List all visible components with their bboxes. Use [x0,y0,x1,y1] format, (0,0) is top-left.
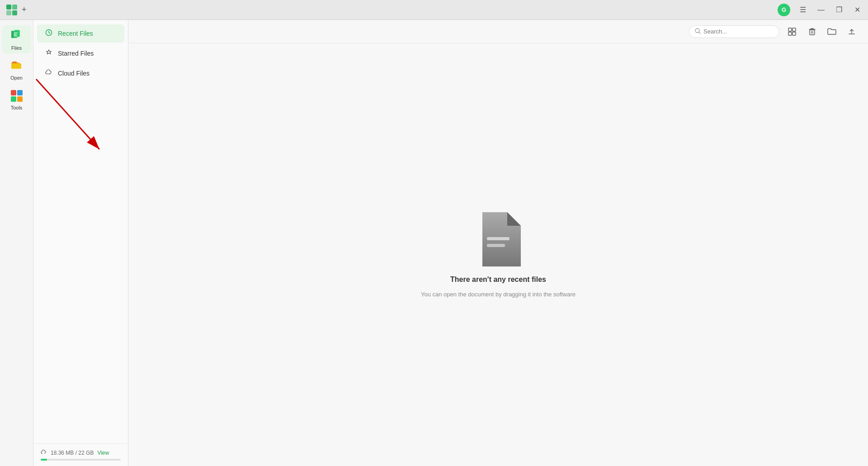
starred-files-icon [44,49,53,58]
search-icon [695,28,701,35]
hamburger-menu-button[interactable]: ☰ [797,5,808,15]
search-box[interactable] [689,25,779,38]
recent-files-label: Recent Files [58,30,93,37]
main-toolbar [128,20,868,43]
window-controls: G ☰ — ❐ ✕ [778,4,863,16]
app-layout: Files Open Tool [0,20,868,466]
recent-files-icon [44,29,53,38]
svg-rect-9 [14,35,17,36]
open-nav-icon [9,59,24,73]
svg-rect-20 [793,28,796,31]
upload-button[interactable] [844,24,859,39]
sidebar-recent-files[interactable]: Recent Files [37,24,124,43]
cloud-storage-icon [41,449,47,456]
svg-rect-0 [6,5,11,10]
empty-state-title: There aren't any recent files [450,276,546,284]
tools-nav-icon [9,89,24,103]
svg-rect-3 [12,10,17,15]
storage-view-link[interactable]: View [97,450,109,456]
svg-rect-11 [12,62,17,63]
cloud-files-label: Cloud Files [58,70,90,77]
minimize-button[interactable]: — [816,5,826,15]
svg-rect-16 [17,96,23,102]
sidebar: Recent Files Starred Files Cloud Files [33,20,128,466]
svg-rect-19 [788,28,792,31]
app-logo [5,4,18,16]
maximize-button[interactable]: ❐ [834,5,844,15]
starred-files-label: Starred Files [58,50,94,57]
nav-open-label: Open [10,75,23,81]
folder-button[interactable] [825,24,839,39]
sidebar-footer: 18.36 MB / 22 GB View [33,443,128,466]
svg-rect-21 [788,32,792,35]
nav-open-item[interactable]: Open [2,55,31,83]
svg-rect-1 [12,5,17,10]
grid-view-button[interactable] [785,24,799,39]
cloud-files-icon [44,69,53,78]
files-nav-icon [9,29,24,43]
storage-text: 18.36 MB / 22 GB [51,450,94,456]
trash-button[interactable] [805,24,819,39]
svg-rect-13 [11,90,16,95]
svg-rect-6 [14,30,20,37]
svg-rect-15 [11,96,16,102]
storage-bar [41,459,121,461]
storage-bar-fill [41,459,47,461]
svg-rect-2 [6,10,11,15]
nav-files-item[interactable]: Files [2,25,31,53]
svg-rect-25 [487,244,505,247]
storage-info: 18.36 MB / 22 GB View [41,449,121,456]
svg-rect-23 [810,30,815,35]
close-button[interactable]: ✕ [852,5,863,15]
new-tab-button[interactable]: + [22,5,27,14]
svg-rect-8 [14,34,17,35]
empty-state: There aren't any recent files You can op… [128,43,868,466]
main-content: There aren't any recent files You can op… [128,20,868,466]
search-input[interactable] [703,28,767,35]
title-bar: + G ☰ — ❐ ✕ [0,0,868,20]
empty-file-icon [476,212,521,268]
empty-state-subtitle: You can open the document by dragging it… [421,291,576,298]
nav-tools-label: Tools [11,105,23,110]
icon-nav: Files Open Tool [0,20,33,466]
sidebar-starred-files[interactable]: Starred Files [37,44,124,62]
svg-rect-7 [14,33,18,33]
svg-rect-24 [487,237,509,240]
nav-tools-item[interactable]: Tools [2,85,31,113]
svg-rect-22 [793,32,796,35]
svg-rect-14 [17,90,23,95]
user-avatar[interactable]: G [778,4,790,16]
sidebar-cloud-files[interactable]: Cloud Files [37,64,124,82]
nav-files-label: Files [11,45,22,51]
svg-rect-12 [11,63,21,69]
